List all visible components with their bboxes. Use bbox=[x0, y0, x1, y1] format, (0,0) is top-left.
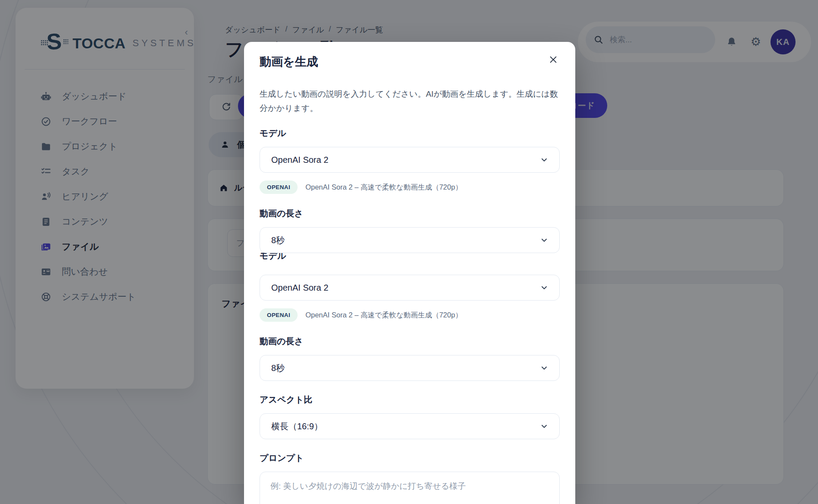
model-select[interactable]: OpenAI Sora 2 bbox=[260, 147, 560, 173]
chevron-down-icon bbox=[539, 363, 549, 373]
model-info-row-duplicate: OPENAI OpenAI Sora 2 – 高速で柔軟な動画生成（720p） bbox=[260, 308, 560, 322]
model-description-text: OpenAI Sora 2 – 高速で柔軟な動画生成（720p） bbox=[305, 311, 462, 320]
chevron-down-icon bbox=[539, 235, 549, 245]
duration-label-duplicate: 動画の長さ bbox=[260, 336, 560, 347]
chevron-down-icon bbox=[539, 155, 549, 165]
duration-label: 動画の長さ bbox=[260, 208, 560, 219]
modal-close-button[interactable] bbox=[547, 53, 560, 66]
model-select-value: OpenAI Sora 2 bbox=[271, 283, 328, 293]
duration-select-value: 8秒 bbox=[271, 362, 285, 374]
model-label: モデル bbox=[260, 127, 560, 139]
provider-badge: OPENAI bbox=[260, 308, 298, 322]
modal-header: 動画を生成 bbox=[260, 42, 560, 70]
aspect-ratio-select-value: 横長（16:9） bbox=[271, 421, 323, 432]
model-select-value: OpenAI Sora 2 bbox=[271, 155, 328, 165]
aspect-ratio-label: アスペクト比 bbox=[260, 394, 560, 406]
chevron-down-icon bbox=[539, 283, 549, 292]
duration-select[interactable]: 8秒 bbox=[260, 227, 560, 253]
modal-title: 動画を生成 bbox=[260, 54, 318, 70]
modal-description: 生成したい動画の説明を入力してください。AIが動画を生成します。生成には数分かか… bbox=[260, 87, 560, 115]
close-icon bbox=[549, 55, 558, 64]
provider-badge: OPENAI bbox=[260, 181, 298, 194]
model-info-row: OPENAI OpenAI Sora 2 – 高速で柔軟な動画生成（720p） bbox=[260, 181, 560, 194]
prompt-textarea[interactable] bbox=[260, 472, 560, 504]
model-description-text: OpenAI Sora 2 – 高速で柔軟な動画生成（720p） bbox=[305, 183, 462, 192]
duration-select-duplicate[interactable]: 8秒 bbox=[260, 355, 560, 381]
duration-select-value: 8秒 bbox=[271, 235, 285, 246]
generate-video-modal: 動画を生成 生成したい動画の説明を入力してください。AIが動画を生成します。生成… bbox=[244, 42, 575, 504]
prompt-label: プロンプト bbox=[260, 452, 560, 464]
model-select-duplicate[interactable]: OpenAI Sora 2 bbox=[260, 275, 560, 301]
aspect-ratio-select[interactable]: 横長（16:9） bbox=[260, 413, 560, 439]
chevron-down-icon bbox=[539, 422, 549, 431]
